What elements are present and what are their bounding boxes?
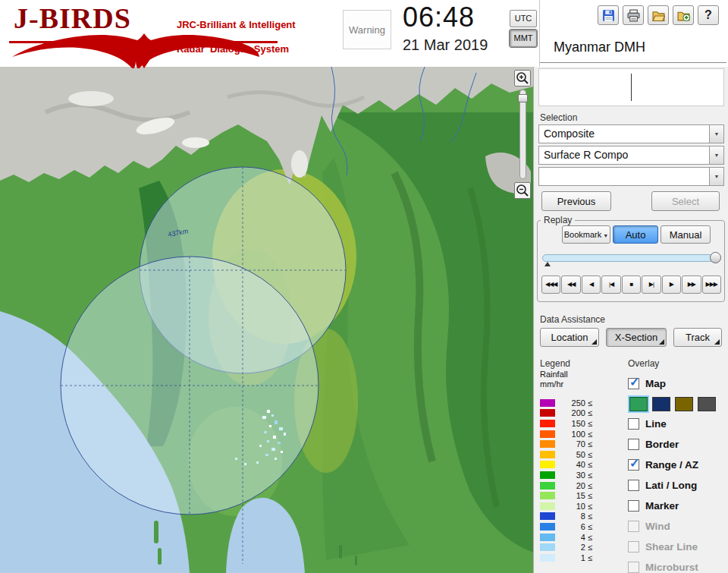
replay-group: Replay Bookmark▼ Auto Manual ◀◀◀ ◀◀ ◀ |◀… xyxy=(537,220,725,302)
auto-mode-button[interactable]: Auto xyxy=(613,225,658,244)
composite-combo[interactable]: Composite ▼ xyxy=(538,124,724,143)
zoom-slider-thumb[interactable] xyxy=(518,94,528,102)
replay-timeline-slider[interactable] xyxy=(542,254,720,262)
legend-value-label: 40 ≤ xyxy=(559,460,592,469)
legend-color-swatch xyxy=(540,451,555,458)
legend-color-swatch xyxy=(540,440,555,448)
legend-value-label: 50 ≤ xyxy=(559,450,592,459)
legend-value-label: 2 ≤ xyxy=(559,543,592,552)
product-combo[interactable]: Surface R Compo ▼ xyxy=(538,146,724,165)
print-icon xyxy=(627,9,640,22)
legend-color-swatch xyxy=(540,430,555,438)
legend-color-swatch xyxy=(540,543,555,551)
rewind-continuous-button[interactable]: ◀◀◀ xyxy=(541,275,560,294)
overlay-label: Overlay xyxy=(628,358,659,369)
composite-combo-button[interactable]: ▼ xyxy=(709,125,723,143)
clock-time: 06:48 xyxy=(403,2,475,33)
print-button[interactable] xyxy=(623,5,644,25)
overlay-option-label: Range / AZ xyxy=(645,459,698,471)
terrain-map-image: 437km xyxy=(0,67,533,573)
overlay-option-label: Line xyxy=(645,418,667,430)
legend-color-swatch xyxy=(540,471,555,479)
forward-fast-button[interactable]: ▶▶ xyxy=(682,275,701,294)
map-color-swatch[interactable] xyxy=(629,397,648,411)
logo-tagline-1: JRC-Brilliant & Intelligent xyxy=(177,19,296,30)
legend-value-label: 1 ≤ xyxy=(559,553,592,562)
map-color-swatch[interactable] xyxy=(675,397,693,411)
stop-button[interactable]: ■ xyxy=(622,275,641,294)
legend-row: 15 ≤ xyxy=(540,490,592,501)
overlay-option-label: Shear Line xyxy=(645,541,698,553)
select-button[interactable]: Select xyxy=(651,191,720,211)
legend-color-swatch xyxy=(540,420,555,427)
overlay-row-microburst: Microburst xyxy=(628,557,726,573)
chevron-down-icon: ▼ xyxy=(710,125,723,143)
bookmark-button[interactable]: Bookmark▼ xyxy=(562,225,610,244)
save-button[interactable] xyxy=(598,5,619,25)
help-button[interactable]: ? xyxy=(698,5,719,25)
legend-row: 200 ≤ xyxy=(540,408,592,419)
last-frame-button[interactable]: ▶| xyxy=(642,275,661,294)
utc-button[interactable]: UTC xyxy=(510,10,537,27)
map-checkbox[interactable]: ✓ xyxy=(628,378,639,389)
slider-start-tick-icon xyxy=(544,262,551,266)
forward-continuous-button[interactable]: ▶▶▶ xyxy=(702,275,721,294)
product-combo-button[interactable]: ▼ xyxy=(709,146,723,164)
legend-color-swatch xyxy=(540,482,555,490)
overlay-options: ✓ Map Line Border ✓ Range / AZ xyxy=(628,373,726,573)
timezone-toggle: UTC MMT xyxy=(510,10,537,49)
line-checkbox[interactable] xyxy=(628,418,639,430)
legend-value-label: 8 ≤ xyxy=(559,512,592,521)
manual-mode-button[interactable]: Manual xyxy=(661,225,711,244)
add-folder-button[interactable] xyxy=(673,5,694,25)
folder-plus-icon xyxy=(677,9,690,22)
zoom-out-button[interactable] xyxy=(514,182,531,199)
range-az-checkbox[interactable]: ✓ xyxy=(628,459,639,471)
legend-row: 70 ≤ xyxy=(540,439,592,449)
step-forward-button[interactable]: ▶ xyxy=(662,275,681,294)
chevron-down-icon: ▼ xyxy=(603,233,608,238)
mmt-button[interactable]: MMT xyxy=(510,30,537,47)
overlay-row-wind: Wind xyxy=(628,516,726,537)
location-button[interactable]: Location xyxy=(540,328,599,347)
legend-value-label: 4 ≤ xyxy=(559,533,592,542)
rewind-fast-button[interactable]: ◀◀ xyxy=(561,275,580,294)
replay-group-label: Replay xyxy=(541,215,575,225)
clock-date: 21 Mar 2019 xyxy=(403,36,488,54)
marker-checkbox[interactable] xyxy=(628,500,639,512)
lati-long-checkbox[interactable] xyxy=(628,480,639,491)
track-button[interactable]: Track xyxy=(673,328,722,347)
border-checkbox[interactable] xyxy=(628,439,639,450)
warning-button[interactable]: Warning xyxy=(343,10,391,49)
overlay-row-lati-long: Lati / Long xyxy=(628,475,726,496)
control-panel: Selection Composite ▼ Surface R Compo ▼ … xyxy=(533,67,728,573)
legend-row: 2 ≤ xyxy=(540,542,592,553)
radar-map[interactable]: 437km xyxy=(0,67,533,573)
data-assistance-buttons: Location X-Section Track xyxy=(540,328,722,347)
replay-slider-thumb[interactable] xyxy=(710,252,721,263)
map-color-swatch[interactable] xyxy=(652,397,670,411)
legend-color-swatch xyxy=(540,399,555,407)
sub-product-combo-value xyxy=(539,168,709,185)
sub-product-combo[interactable]: ▼ xyxy=(538,167,724,186)
map-color-swatch[interactable] xyxy=(698,397,716,411)
step-back-button[interactable]: ◀ xyxy=(582,275,601,294)
legend-color-swatch xyxy=(540,409,555,417)
previous-button[interactable]: Previous xyxy=(541,191,611,211)
x-section-button[interactable]: X-Section xyxy=(606,328,667,347)
zoom-controls xyxy=(513,68,532,208)
playback-controls: ◀◀◀ ◀◀ ◀ |◀ ■ ▶| ▶ ▶▶ ▶▶▶ xyxy=(541,275,721,294)
overlay-option-label: Marker xyxy=(645,500,679,512)
open-folder-button[interactable] xyxy=(648,5,669,25)
legend-row: 10 ≤ xyxy=(540,501,592,512)
sub-product-combo-button[interactable]: ▼ xyxy=(709,168,723,185)
first-frame-button[interactable]: |◀ xyxy=(601,275,620,294)
zoom-in-button[interactable] xyxy=(514,70,531,87)
selection-list-box[interactable] xyxy=(538,68,724,106)
composite-combo-value: Composite xyxy=(539,125,709,143)
legend-color-swatch xyxy=(540,554,555,562)
selection-label: Selection xyxy=(540,112,577,123)
zoom-slider[interactable] xyxy=(519,90,526,179)
microburst-checkbox xyxy=(628,562,639,573)
chevron-down-icon: ▼ xyxy=(710,168,723,185)
